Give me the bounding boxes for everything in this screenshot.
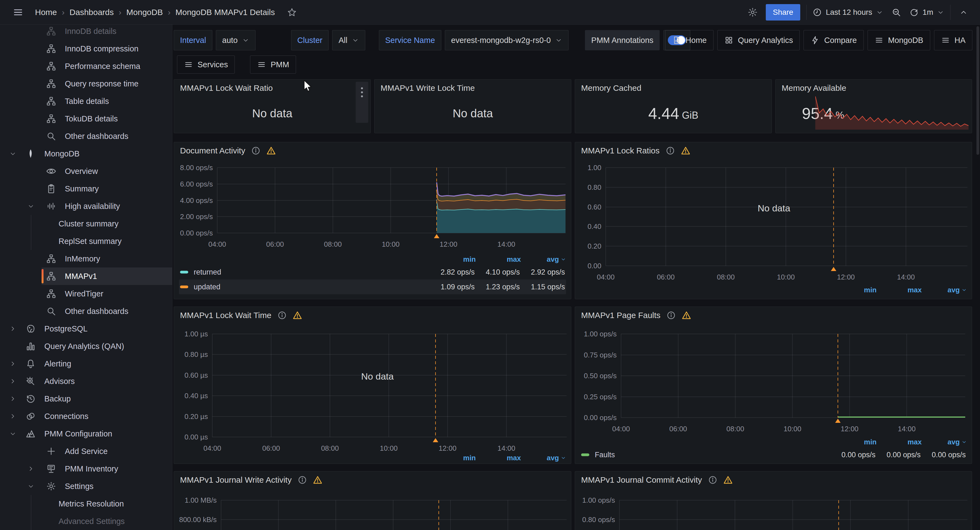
info-icon[interactable] <box>666 146 675 156</box>
chevron-right-icon[interactable] <box>0 373 20 390</box>
legend-series-toggle[interactable]: returned <box>180 268 430 276</box>
warning-icon[interactable] <box>293 311 302 320</box>
info-icon[interactable] <box>277 311 287 320</box>
chart-plot-area[interactable] <box>621 334 965 417</box>
services-button[interactable]: Services <box>177 56 235 73</box>
sidebar-item-table-details[interactable]: Table details <box>0 92 172 110</box>
legend-sort-avg[interactable]: avg <box>521 255 566 263</box>
breadcrumb-item[interactable]: Home <box>32 6 60 19</box>
info-icon[interactable] <box>298 475 307 485</box>
menu-icon[interactable] <box>11 5 25 19</box>
legend-sort-max[interactable]: max <box>877 438 922 446</box>
panel-title[interactable]: MMAPv1 Lock Wait Time <box>180 311 271 320</box>
warning-icon[interactable] <box>313 475 322 485</box>
legend-sort-avg[interactable]: avg <box>922 286 967 294</box>
sidebar-item-summary[interactable]: Summary <box>0 180 172 197</box>
panel-title[interactable]: Memory Available <box>782 83 846 93</box>
home-button[interactable]: Home <box>665 30 714 50</box>
panel-title[interactable]: Document Activity <box>180 146 245 156</box>
legend-sort-min[interactable]: min <box>431 454 476 462</box>
sidebar-item-other-dashboards[interactable]: Other dashboards <box>0 127 172 145</box>
sidebar-item-connections[interactable]: Connections <box>0 408 172 425</box>
interval-select[interactable]: auto <box>216 30 255 50</box>
sidebar-item-cluster-summary[interactable]: Cluster summary <box>31 215 172 232</box>
breadcrumb-item[interactable]: MongoDB MMAPv1 Details <box>173 6 277 19</box>
sidebar-item-replset-summary[interactable]: ReplSet summary <box>31 232 172 250</box>
chevron-right-icon[interactable] <box>0 390 20 408</box>
sidebar-item-inmemory[interactable]: InMemory <box>0 250 172 267</box>
zoom-out-icon[interactable] <box>889 5 904 19</box>
chart-plot-area[interactable] <box>606 168 967 266</box>
chevron-down-icon[interactable] <box>0 145 20 162</box>
legend-sort-max[interactable]: max <box>476 454 521 462</box>
info-icon[interactable] <box>708 475 718 485</box>
sidebar-item-pmm-configuration[interactable]: PMM Configuration <box>0 425 172 443</box>
panel-title[interactable]: MMAPv1 Page Faults <box>581 311 660 320</box>
warning-icon[interactable] <box>681 146 690 156</box>
sidebar-item-performance-schema[interactable]: Performance schema <box>0 57 172 75</box>
panel-title[interactable]: MMAPv1 Journal Commit Activity <box>581 475 702 485</box>
chevron-down-icon[interactable] <box>0 478 41 495</box>
sidebar-item-wiredtiger[interactable]: WiredTiger <box>0 285 172 303</box>
sidebar-item-high-availability[interactable]: High availability <box>0 197 172 215</box>
caret-up-icon[interactable] <box>956 5 971 19</box>
star-icon[interactable] <box>285 5 299 19</box>
sidebar-item-metrics-resolution[interactable]: Metrics Resolution <box>31 495 172 513</box>
legend-sort-max[interactable]: max <box>476 255 521 263</box>
sidebar-item-advanced-settings[interactable]: Advanced Settings <box>31 513 172 530</box>
chevron-right-icon[interactable] <box>0 460 41 478</box>
sidebar-item-add-service[interactable]: Add Service <box>0 443 172 460</box>
chevron-right-icon[interactable] <box>0 408 20 425</box>
sidebar-item-advisors[interactable]: Advisors <box>0 373 172 390</box>
legend-sort-min[interactable]: min <box>832 286 877 294</box>
sidebar-item-backup[interactable]: Backup <box>0 390 172 408</box>
legend-sort-min[interactable]: min <box>431 255 476 263</box>
legend-sort-avg[interactable]: avg <box>922 438 967 446</box>
sidebar-item-innodb-compression[interactable]: InnoDB compression <box>0 40 172 57</box>
chart-plot-area[interactable] <box>217 168 565 233</box>
pmm-button[interactable]: PMM <box>250 56 296 73</box>
scrollbar[interactable] <box>977 26 979 155</box>
breadcrumb-item[interactable]: Dashboards <box>67 6 116 19</box>
service-name-select[interactable]: everest-mongodb-w2g-rs0-0 <box>445 30 568 50</box>
share-button[interactable]: Share <box>766 4 800 21</box>
gear-icon[interactable] <box>746 5 760 19</box>
panel-title[interactable]: MMAPv1 Write Lock Time <box>380 83 475 93</box>
query-analytics-button[interactable]: Query Analytics <box>718 30 800 50</box>
panel-title[interactable]: Memory Cached <box>581 83 641 93</box>
sidebar-item-overview[interactable]: Overview <box>0 162 172 180</box>
cluster-select[interactable]: All <box>332 30 365 50</box>
sidebar-item-mmapv1[interactable]: MMAPv1 <box>0 267 172 285</box>
chart-plot-area[interactable] <box>221 500 566 530</box>
chevron-right-icon[interactable] <box>0 355 20 373</box>
legend-series-toggle[interactable]: Faults <box>581 451 830 459</box>
sidebar-item-mongodb[interactable]: MongoDB <box>0 145 172 162</box>
chart-plot-area[interactable] <box>212 334 566 437</box>
sidebar-item-alerting[interactable]: Alerting <box>0 355 172 373</box>
sidebar-item-tokudb-details[interactable]: TokuDB details <box>0 110 172 127</box>
breadcrumb-item[interactable]: MongoDB <box>124 6 165 19</box>
sidebar-item-query-response-time[interactable]: Query response time <box>0 75 172 92</box>
sidebar-item-pmm-inventory[interactable]: PMM Inventory <box>0 460 172 478</box>
panel-title[interactable]: MMAPv1 Journal Write Activity <box>180 475 292 485</box>
sidebar-item-settings[interactable]: Settings <box>0 478 172 495</box>
legend-sort-avg[interactable]: avg <box>521 454 566 462</box>
chevron-down-icon[interactable] <box>0 425 20 443</box>
compare-button[interactable]: Compare <box>803 30 864 50</box>
panel-title[interactable]: MMAPv1 Lock Ratios <box>581 146 660 156</box>
info-icon[interactable] <box>667 311 676 320</box>
info-icon[interactable] <box>251 146 261 156</box>
chart-plot-area[interactable] <box>619 500 967 530</box>
ha-button[interactable]: HA <box>934 30 972 50</box>
sidebar-item-query-analytics-qan-[interactable]: Query Analytics (QAN) <box>0 338 172 355</box>
legend-sort-max[interactable]: max <box>877 286 922 294</box>
legend-sort-min[interactable]: min <box>832 438 877 446</box>
warning-icon[interactable] <box>723 475 733 485</box>
chevron-right-icon[interactable] <box>0 320 20 338</box>
chevron-down-icon[interactable] <box>0 197 41 215</box>
time-range-picker[interactable]: Last 12 hours <box>813 8 883 17</box>
sidebar-item-innodb-details[interactable]: InnoDB details <box>0 25 172 40</box>
legend-series-toggle[interactable]: updated <box>180 283 430 291</box>
panel-title[interactable]: MMAPv1 Lock Wait Ratio <box>180 83 273 93</box>
sidebar-item-postgresql[interactable]: PostgreSQL <box>0 320 172 338</box>
